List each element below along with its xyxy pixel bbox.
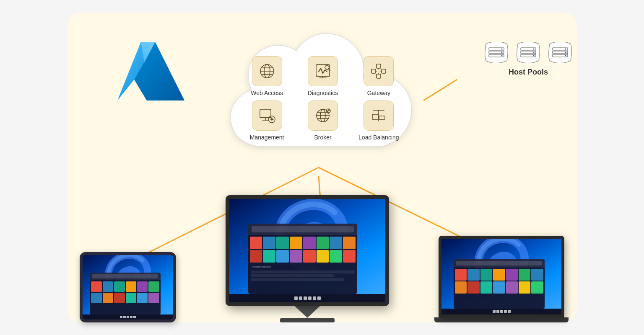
svg-rect-44 — [372, 114, 378, 119]
web-access-icon — [258, 62, 276, 80]
tablet-device — [80, 252, 176, 322]
svg-point-50 — [501, 49, 503, 50]
diagnostics-icon — [314, 62, 332, 80]
cloud-services-grid: Web Access Diagnostics — [222, 39, 423, 162]
load-balancing-label: Load Balancing — [358, 134, 399, 141]
desktop-monitor: Recommended — [226, 195, 389, 322]
host-pools-label: Host Pools — [509, 68, 548, 77]
service-gateway: Gateway — [355, 56, 402, 96]
svg-point-57 — [533, 52, 535, 53]
server-icon-1 — [484, 42, 509, 63]
broker-label: Broker — [314, 134, 331, 141]
server-icon-3 — [548, 42, 573, 63]
svg-point-52 — [501, 55, 503, 57]
service-management: Management — [243, 100, 291, 141]
management-icon-box — [252, 100, 282, 131]
gateway-label: Gateway — [367, 90, 390, 96]
broker-icon-box — [308, 100, 338, 131]
host-pools-section: Host Pools — [484, 42, 573, 77]
svg-point-64 — [565, 55, 566, 57]
diagnostics-label: Diagnostics — [308, 90, 338, 96]
load-balancing-icon — [370, 107, 387, 124]
svg-point-33 — [271, 119, 273, 120]
web-access-icon-box — [252, 56, 282, 86]
gateway-icon — [370, 62, 387, 80]
host-pools-icons — [484, 42, 573, 63]
svg-rect-20 — [382, 69, 386, 73]
diagnostics-icon-box — [308, 56, 338, 86]
service-web-access: Web Access — [243, 56, 291, 96]
svg-line-42 — [329, 110, 330, 111]
broker-icon — [314, 107, 332, 124]
svg-point-58 — [533, 55, 535, 57]
svg-rect-19 — [377, 64, 381, 68]
gateway-icon-box — [364, 56, 394, 86]
management-label: Management — [250, 134, 284, 141]
svg-rect-12 — [316, 64, 330, 76]
svg-rect-26 — [260, 109, 271, 118]
service-diagnostics: Diagnostics — [299, 56, 346, 96]
svg-point-63 — [565, 52, 566, 53]
cloud-container: Web Access Diagnostics — [222, 21, 423, 180]
management-icon — [258, 107, 276, 124]
svg-point-56 — [533, 49, 535, 50]
laptop-device — [439, 236, 564, 322]
svg-rect-18 — [371, 69, 376, 73]
svg-point-51 — [501, 52, 503, 53]
load-balancing-icon-box — [364, 100, 394, 131]
server-icon-2 — [516, 42, 541, 63]
svg-rect-21 — [377, 74, 381, 78]
svg-point-62 — [565, 49, 566, 50]
main-content: Web Access Diagnostics — [0, 0, 644, 335]
web-access-label: Web Access — [251, 90, 283, 96]
svg-rect-45 — [379, 116, 385, 119]
service-load-balancing: Load Balancing — [355, 100, 402, 141]
service-broker: Broker — [299, 100, 346, 141]
azure-logo — [109, 34, 193, 117]
